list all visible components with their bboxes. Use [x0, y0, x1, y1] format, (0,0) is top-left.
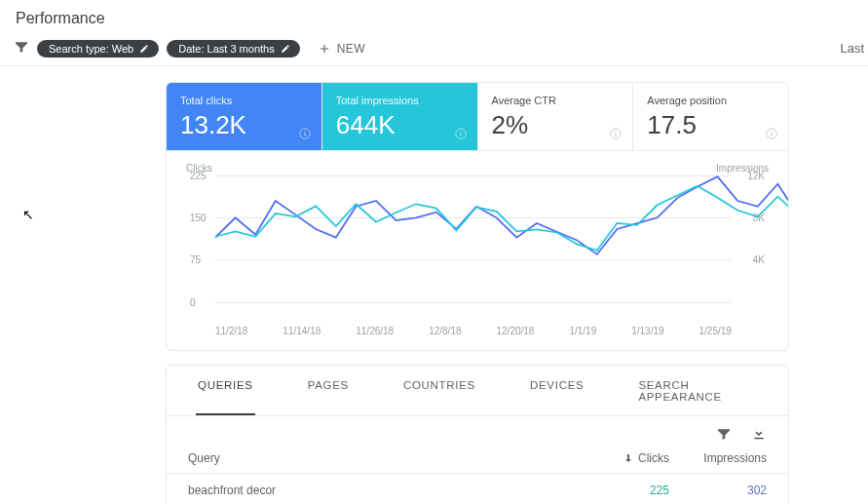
xtick: 1/13/19 — [631, 326, 663, 336]
xtick: 12/8/18 — [429, 326, 461, 336]
metric-label: Total impressions — [336, 95, 464, 106]
plus-icon — [318, 42, 331, 56]
svg-rect-11 — [771, 131, 772, 132]
metrics-row: Total clicks 13.2K Total impressions 644… — [167, 83, 788, 151]
xtick: 1/1/19 — [569, 326, 596, 336]
info-icon — [454, 127, 468, 140]
xtick: 1/25/19 — [699, 326, 732, 336]
tab-pages[interactable]: PAGES — [306, 366, 351, 415]
info-icon — [609, 127, 623, 140]
col-impressions[interactable]: Impressions — [669, 451, 767, 465]
tab-devices[interactable]: DEVICES — [528, 366, 585, 415]
metric-label: Total clicks — [180, 95, 308, 106]
col-clicks[interactable]: Clicks — [582, 451, 669, 465]
xtick: 12/20/18 — [497, 326, 535, 336]
svg-rect-10 — [771, 133, 772, 136]
filter-icon[interactable] — [716, 426, 732, 442]
truncated-text: Last — [840, 41, 864, 56]
table-row[interactable]: beachfront decor 225 302 — [167, 474, 788, 504]
metric-value: 644K — [336, 110, 464, 140]
tab-countries[interactable]: COUNTRIES — [401, 366, 477, 415]
metric-total-clicks[interactable]: Total clicks 13.2K — [167, 83, 321, 150]
svg-rect-2 — [304, 131, 305, 132]
svg-rect-7 — [616, 133, 617, 136]
svg-rect-4 — [460, 133, 461, 136]
new-filter-label: NEW — [337, 42, 366, 56]
tab-search-appearance[interactable]: SEARCH APPEARANCE — [636, 366, 759, 415]
table-header: Query Clicks Impressions — [167, 446, 788, 474]
pencil-icon — [139, 44, 149, 54]
download-icon[interactable] — [751, 426, 767, 442]
filter-bar: Search type: Web Date: Last 3 months NEW… — [0, 31, 868, 66]
xtick: 11/14/18 — [283, 326, 321, 336]
tab-queries[interactable]: QUERIES — [196, 366, 255, 415]
mouse-cursor: ↖ — [22, 207, 34, 222]
metric-value: 2% — [492, 110, 620, 140]
cell-query: beachfront decor — [188, 484, 582, 497]
xtick: 11/26/18 — [356, 326, 394, 336]
cell-clicks: 225 — [582, 484, 669, 497]
new-filter-button[interactable]: NEW — [318, 42, 366, 56]
svg-rect-5 — [460, 131, 461, 132]
chart-canvas[interactable]: 225 12K 150 8K 75 4K 0 — [186, 175, 769, 322]
chart-lines — [215, 175, 789, 302]
cell-impressions: 302 — [669, 484, 767, 497]
ytick-left: 0 — [190, 297, 196, 308]
sort-desc-icon — [623, 452, 634, 464]
metric-label: Average CTR — [492, 95, 620, 106]
metric-total-impressions[interactable]: Total impressions 644K — [321, 83, 477, 150]
query-table-card: QUERIES PAGES COUNTRIES DEVICES SEARCH A… — [166, 365, 789, 504]
info-icon — [298, 127, 312, 140]
table-toolbar — [167, 416, 788, 446]
col-query[interactable]: Query — [188, 451, 582, 465]
chip-date-range[interactable]: Date: Last 3 months — [167, 40, 299, 58]
svg-rect-8 — [616, 131, 617, 132]
x-axis: 11/2/18 11/14/18 11/26/18 12/8/18 12/20/… — [215, 326, 732, 336]
xtick: 11/2/18 — [215, 326, 247, 336]
pencil-icon — [281, 44, 290, 54]
ytick-left: 75 — [190, 254, 201, 265]
metric-label: Average position — [647, 95, 774, 106]
page-title: Performance — [0, 0, 868, 31]
ytick-left: 150 — [190, 213, 207, 223]
ytick-left: 225 — [190, 171, 207, 181]
chip-search-type-label: Search type: Web — [49, 43, 133, 55]
metric-average-ctr[interactable]: Average CTR 2% — [477, 83, 633, 150]
metric-average-position[interactable]: Average position 17.5 — [632, 83, 788, 150]
performance-card: Total clicks 13.2K Total impressions 644… — [166, 82, 789, 351]
info-icon — [765, 127, 778, 140]
svg-rect-1 — [304, 133, 305, 136]
filter-icon[interactable] — [14, 39, 29, 58]
metric-value: 17.5 — [647, 110, 774, 140]
dimension-tabs: QUERIES PAGES COUNTRIES DEVICES SEARCH A… — [167, 366, 788, 416]
metric-value: 13.2K — [180, 110, 308, 140]
chip-date-range-label: Date: Last 3 months — [178, 43, 274, 55]
chip-search-type[interactable]: Search type: Web — [37, 40, 159, 58]
chart-area: Clicks Impressions 225 12K 150 8K 75 4K … — [167, 151, 788, 350]
